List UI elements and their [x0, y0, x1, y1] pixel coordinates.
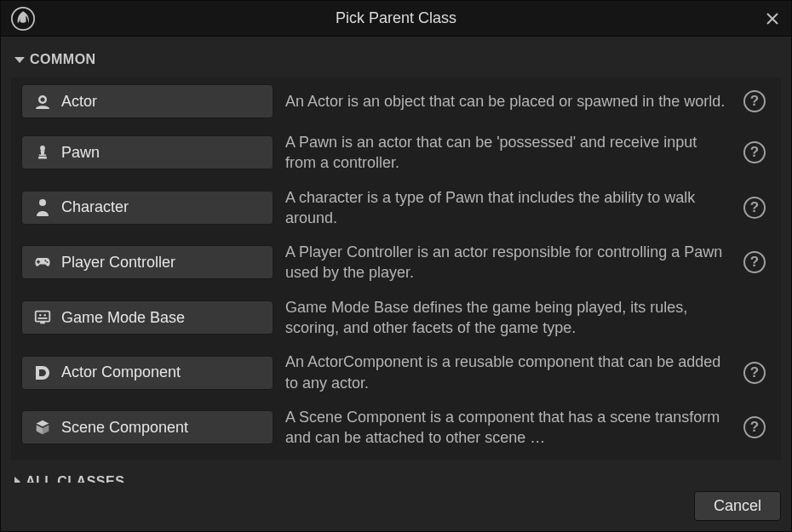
section-label-common: COMMON [30, 52, 96, 67]
class-description: An Actor is an object that can be placed… [285, 91, 732, 112]
svg-point-8 [44, 260, 46, 262]
cancel-button[interactable]: Cancel [694, 491, 781, 521]
class-button-label: Game Mode Base [61, 309, 185, 327]
close-icon [766, 12, 779, 26]
dialog-footer: Cancel [1, 483, 791, 531]
class-description: An ActorComponent is a reusable componen… [285, 352, 732, 393]
game-mode-icon [32, 307, 53, 328]
class-row: Actor ComponentAn ActorComponent is a re… [16, 345, 776, 400]
titlebar: Pick Parent Class [1, 1, 791, 37]
question-mark-icon: ? [750, 419, 759, 436]
svg-point-12 [44, 314, 46, 316]
actor-icon [32, 91, 53, 112]
section-header-all-classes[interactable]: ALL CLASSES [8, 460, 784, 483]
character-icon [32, 197, 53, 218]
class-button-character[interactable]: Character [21, 191, 273, 225]
svg-point-11 [39, 314, 41, 316]
question-mark-icon: ? [750, 254, 759, 271]
svg-point-9 [46, 261, 48, 263]
chevron-right-icon [14, 477, 20, 483]
pick-parent-class-dialog: Pick Parent Class COMMON ActorAn Actor i… [0, 0, 792, 532]
help-button[interactable]: ? [743, 90, 766, 112]
class-button-player-controller[interactable]: Player Controller [21, 245, 273, 279]
svg-rect-14 [40, 322, 45, 324]
class-row: CharacterA character is a type of Pawn t… [16, 180, 776, 236]
question-mark-icon: ? [750, 364, 759, 381]
help-button[interactable]: ? [743, 251, 766, 273]
actor-component-icon [32, 363, 53, 383]
question-mark-icon: ? [750, 144, 759, 161]
svg-point-3 [40, 146, 45, 151]
svg-rect-13 [38, 317, 48, 319]
class-description: A Pawn is an actor that can be 'possesse… [285, 132, 732, 174]
chevron-down-icon [14, 57, 25, 63]
class-row: Scene ComponentA Scene Component is a co… [16, 400, 776, 455]
help-button[interactable]: ? [743, 362, 766, 384]
pawn-icon [32, 142, 53, 163]
class-button-label: Scene Component [61, 419, 188, 437]
class-description: A character is a type of Pawn that inclu… [285, 187, 732, 229]
scene-component-icon [32, 417, 53, 438]
svg-rect-4 [38, 157, 47, 159]
class-row: ActorAn Actor is an object that can be p… [16, 77, 776, 125]
class-description: A Scene Component is a component that ha… [285, 407, 732, 449]
class-description: Game Mode Base defines the game being pl… [285, 297, 732, 339]
class-row: Player ControllerA Player Controller is … [16, 235, 776, 290]
player-controller-icon [32, 252, 53, 272]
class-list: ActorAn Actor is an object that can be p… [11, 77, 781, 460]
class-button-label: Pawn [61, 144, 100, 162]
dialog-content: COMMON ActorAn Actor is an object that c… [1, 37, 791, 483]
svg-rect-7 [37, 261, 40, 263]
help-button[interactable]: ? [743, 197, 766, 219]
class-button-scene-component[interactable]: Scene Component [21, 410, 273, 444]
svg-point-2 [41, 98, 45, 102]
svg-point-5 [39, 199, 46, 206]
class-button-actor-component[interactable]: Actor Component [21, 356, 273, 390]
svg-rect-10 [36, 312, 50, 322]
class-description: A Player Controller is an actor responsi… [285, 242, 732, 283]
class-button-label: Player Controller [61, 254, 175, 272]
unreal-logo-icon [11, 7, 35, 31]
help-button[interactable]: ? [743, 141, 766, 163]
class-row: Game Mode BaseGame Mode Base defines the… [16, 290, 776, 346]
class-button-pawn[interactable]: Pawn [21, 135, 273, 169]
question-mark-icon: ? [750, 199, 759, 216]
class-button-actor[interactable]: Actor [21, 84, 273, 118]
question-mark-icon: ? [750, 93, 759, 110]
section-label-all-classes: ALL CLASSES [26, 474, 124, 483]
section-header-common[interactable]: COMMON [8, 47, 784, 77]
class-button-game-mode-base[interactable]: Game Mode Base [21, 300, 273, 335]
class-button-label: Character [61, 198, 129, 216]
class-button-label: Actor Component [61, 363, 181, 381]
help-button[interactable]: ? [743, 416, 766, 438]
class-row: PawnA Pawn is an actor that can be 'poss… [16, 125, 776, 180]
dialog-title: Pick Parent Class [336, 9, 456, 27]
close-button[interactable] [762, 9, 783, 29]
class-button-label: Actor [61, 93, 97, 111]
